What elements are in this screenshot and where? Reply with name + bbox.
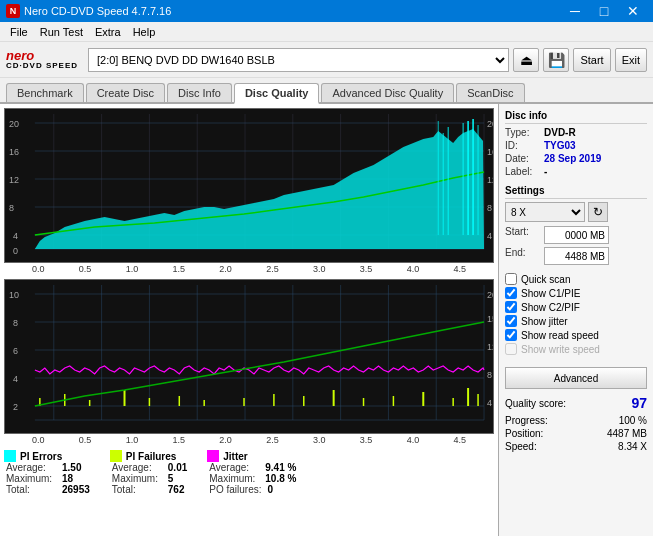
jitter-avg-label: Average: [209, 462, 259, 473]
show-read-speed-checkbox[interactable] [505, 329, 517, 341]
svg-text:8: 8 [487, 203, 492, 213]
right-panel: Disc info Type: DVD-R ID: TYG03 Date: 28… [498, 104, 653, 536]
show-jitter-label: Show jitter [521, 316, 568, 327]
svg-text:4: 4 [13, 374, 18, 384]
tab-advanced-disc-quality[interactable]: Advanced Disc Quality [321, 83, 454, 102]
menu-extra[interactable]: Extra [89, 24, 127, 40]
jitter-po-label: PO failures: [209, 484, 261, 495]
advanced-button[interactable]: Advanced [505, 367, 647, 389]
disc-label-label: Label: [505, 166, 540, 177]
title-bar-text: Nero CD-DVD Speed 4.7.7.16 [24, 5, 171, 17]
lower-chart-svg: 10 8 6 4 2 20 15 12 8 4 [5, 280, 493, 434]
svg-text:8: 8 [13, 318, 18, 328]
tab-disc-quality[interactable]: Disc Quality [234, 83, 320, 104]
pi-errors-total-value: 26953 [62, 484, 90, 495]
disc-date-value: 28 Sep 2019 [544, 153, 601, 164]
lower-chart: 10 8 6 4 2 20 15 12 8 4 [4, 279, 494, 434]
disc-info-section: Disc info Type: DVD-R ID: TYG03 Date: 28… [505, 110, 647, 177]
show-jitter-checkbox[interactable] [505, 315, 517, 327]
disc-type-value: DVD-R [544, 127, 576, 138]
legend-pi-failures: PI Failures Average: 0.01 Maximum: 5 Tot… [110, 450, 187, 495]
toolbar: nero CD·DVD SPEED [2:0] BENQ DVD DD DW16… [0, 42, 653, 78]
chart-area: 20 16 12 8 4 0 20 16 12 8 4 [0, 104, 498, 536]
upper-chart-wrapper: 20 16 12 8 4 0 20 16 12 8 4 [4, 108, 494, 263]
settings-section: Settings 8 X ↻ Start: End: [505, 185, 647, 265]
close-button[interactable]: ✕ [619, 0, 647, 22]
svg-text:4: 4 [487, 231, 492, 241]
show-write-speed-row: Show write speed [505, 343, 647, 355]
eject-button[interactable]: ⏏ [513, 48, 539, 72]
progress-value: 100 % [619, 415, 647, 426]
svg-text:16: 16 [487, 147, 493, 157]
start-label: Start: [505, 226, 540, 244]
exit-button[interactable]: Exit [615, 48, 647, 72]
tab-create-disc[interactable]: Create Disc [86, 83, 165, 102]
quality-score-value: 97 [631, 395, 647, 411]
quality-score-section: Quality score: 97 [505, 395, 647, 411]
app-icon: N [6, 4, 20, 18]
quick-scan-label: Quick scan [521, 274, 570, 285]
upper-chart-svg: 20 16 12 8 4 0 20 16 12 8 4 [5, 109, 493, 263]
jitter-color-swatch [207, 450, 219, 462]
svg-text:12: 12 [9, 175, 19, 185]
legend-jitter: Jitter Average: 9.41 % Maximum: 10.8 % P… [207, 450, 296, 495]
tab-disc-info[interactable]: Disc Info [167, 83, 232, 102]
menu-file[interactable]: File [4, 24, 34, 40]
pi-failures-max-label: Maximum: [112, 473, 162, 484]
pi-errors-max-value: 18 [62, 473, 73, 484]
tab-scan-disc[interactable]: ScanDisc [456, 83, 524, 102]
lower-chart-wrapper: 10 8 6 4 2 20 15 12 8 4 [4, 275, 494, 434]
svg-rect-36 [5, 280, 493, 434]
svg-text:12: 12 [487, 342, 493, 352]
minimize-button[interactable]: ─ [561, 0, 589, 22]
refresh-button[interactable]: ↻ [588, 202, 608, 222]
disc-type-label: Type: [505, 127, 540, 138]
legend-pi-errors: PI Errors Average: 1.50 Maximum: 18 Tota… [4, 450, 90, 495]
start-button[interactable]: Start [573, 48, 610, 72]
svg-text:20: 20 [487, 290, 493, 300]
pi-failures-color-swatch [110, 450, 122, 462]
jitter-label: Jitter [223, 451, 247, 462]
window-controls: ─ □ ✕ [561, 0, 647, 22]
pi-failures-total-value: 762 [168, 484, 185, 495]
speed-label: Speed: [505, 441, 537, 452]
pi-errors-avg-value: 1.50 [62, 462, 81, 473]
pi-errors-total-label: Total: [6, 484, 56, 495]
drive-select[interactable]: [2:0] BENQ DVD DD DW1640 BSLB [88, 48, 509, 72]
menu-run-test[interactable]: Run Test [34, 24, 89, 40]
svg-text:15: 15 [487, 314, 493, 324]
progress-label: Progress: [505, 415, 548, 426]
speed-select[interactable]: 8 X [505, 202, 585, 222]
show-jitter-row: Show jitter [505, 315, 647, 327]
quick-scan-checkbox[interactable] [505, 273, 517, 285]
pi-failures-label: PI Failures [126, 451, 177, 462]
disc-date-label: Date: [505, 153, 540, 164]
pi-failures-max-value: 5 [168, 473, 174, 484]
svg-text:20: 20 [487, 119, 493, 129]
save-button[interactable]: 💾 [543, 48, 569, 72]
tab-benchmark[interactable]: Benchmark [6, 83, 84, 102]
show-c1pie-label: Show C1/PIE [521, 288, 580, 299]
pi-errors-max-label: Maximum: [6, 473, 56, 484]
settings-title: Settings [505, 185, 647, 199]
pi-errors-avg-label: Average: [6, 462, 56, 473]
start-field[interactable] [544, 226, 609, 244]
show-c1pie-checkbox[interactable] [505, 287, 517, 299]
show-write-speed-checkbox[interactable] [505, 343, 517, 355]
svg-text:16: 16 [9, 147, 19, 157]
jitter-avg-value: 9.41 % [265, 462, 296, 473]
show-c2pif-label: Show C2/PIF [521, 302, 580, 313]
svg-text:2: 2 [13, 402, 18, 412]
show-c2pif-row: Show C2/PIF [505, 301, 647, 313]
maximize-button[interactable]: □ [590, 0, 618, 22]
nero-logo-bottom: CD·DVD SPEED [6, 62, 78, 70]
main-content: 20 16 12 8 4 0 20 16 12 8 4 [0, 104, 653, 536]
show-c2pif-checkbox[interactable] [505, 301, 517, 313]
end-field[interactable] [544, 247, 609, 265]
menu-help[interactable]: Help [127, 24, 162, 40]
jitter-max-value: 10.8 % [265, 473, 296, 484]
svg-text:8: 8 [9, 203, 14, 213]
svg-text:8: 8 [487, 370, 492, 380]
quick-scan-row: Quick scan [505, 273, 647, 285]
show-read-speed-row: Show read speed [505, 329, 647, 341]
